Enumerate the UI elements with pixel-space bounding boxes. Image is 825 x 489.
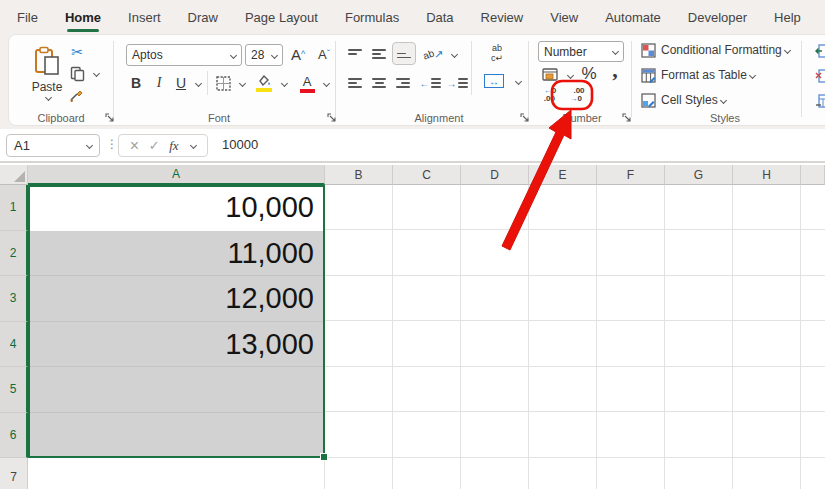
font-color-button[interactable]: A: [297, 71, 317, 95]
tab-page-layout[interactable]: Page Layout: [245, 10, 318, 25]
row-header-6[interactable]: 6: [0, 413, 28, 459]
column-header-partial[interactable]: [801, 165, 825, 185]
cell-a2[interactable]: 11,000: [30, 231, 321, 276]
row-header-4[interactable]: 4: [0, 322, 28, 368]
bottom-align-button[interactable]: [392, 42, 416, 65]
decrease-indent-button[interactable]: ←: [419, 73, 441, 93]
number-format-value: Number: [544, 45, 610, 59]
tab-data[interactable]: Data: [426, 10, 453, 25]
italic-button[interactable]: I: [151, 73, 167, 93]
wrap-text-icon: ab: [492, 44, 502, 53]
increase-indent-icon: [458, 75, 468, 90]
fill-color-chevron-icon[interactable]: [281, 80, 288, 87]
tab-formulas[interactable]: Formulas: [345, 10, 399, 25]
wrap-text-button[interactable]: ab c↵: [483, 41, 511, 65]
conditional-formatting-button[interactable]: Conditional Formatting: [641, 41, 809, 59]
cell-area[interactable]: [325, 185, 825, 489]
row-header-1[interactable]: 1: [0, 185, 28, 231]
name-box[interactable]: A1: [6, 134, 100, 157]
orientation-chevron-icon[interactable]: [451, 51, 458, 58]
insert-cells-icon: [815, 44, 825, 58]
delete-cells-button[interactable]: [814, 68, 825, 84]
column-header-d[interactable]: D: [461, 165, 529, 185]
decrease-decimal-button[interactable]: .00 →0: [565, 84, 589, 106]
accounting-format-button[interactable]: [540, 66, 560, 84]
font-size-combo[interactable]: 28: [245, 44, 283, 66]
row-header-3[interactable]: 3: [0, 276, 28, 322]
enter-icon[interactable]: ✓: [149, 138, 160, 153]
fill-handle[interactable]: [320, 453, 328, 461]
underline-chevron-icon[interactable]: [195, 80, 202, 87]
fill-color-icon: [256, 74, 272, 87]
fill-color-button[interactable]: [253, 71, 275, 95]
row-headers: 1 2 3 4 5 6 7: [0, 185, 28, 489]
comma-style-button[interactable]: ,: [607, 59, 623, 81]
row-header-2[interactable]: 2: [0, 231, 28, 277]
tab-file[interactable]: File: [17, 10, 38, 25]
tab-review[interactable]: Review: [481, 10, 524, 25]
format-cells-button[interactable]: [814, 93, 825, 109]
copy-button[interactable]: [67, 65, 87, 83]
decrease-font-size-button[interactable]: Aˇ: [313, 43, 335, 65]
increase-indent-button[interactable]: →: [446, 73, 468, 93]
increase-decimal-button[interactable]: ←0 .00: [539, 84, 561, 106]
borders-button[interactable]: [213, 73, 233, 93]
font-name-combo[interactable]: Aptos: [126, 44, 242, 66]
format-painter-button[interactable]: [67, 87, 87, 105]
copy-chevron-icon[interactable]: [93, 70, 100, 77]
font-size-value: 28: [251, 48, 269, 62]
merge-chevron-icon[interactable]: [515, 78, 522, 85]
tab-automate[interactable]: Automate: [605, 10, 661, 25]
insert-cells-button[interactable]: [814, 43, 825, 59]
column-header-f[interactable]: F: [597, 165, 665, 185]
column-header-h[interactable]: H: [733, 165, 801, 185]
merge-center-button[interactable]: ↔: [481, 71, 507, 91]
column-header-b[interactable]: B: [325, 165, 393, 185]
cell-styles-button[interactable]: Cell Styles: [641, 91, 761, 109]
cell-a1[interactable]: 10,000: [30, 185, 321, 230]
comma-icon: ,: [612, 57, 618, 83]
underline-button[interactable]: U: [173, 73, 189, 93]
insert-function-icon[interactable]: fx: [169, 138, 178, 154]
number-group-label: Number: [542, 112, 622, 124]
row-header-5[interactable]: 5: [0, 367, 28, 413]
select-all-button[interactable]: [0, 165, 28, 185]
align-center-button[interactable]: [369, 73, 389, 93]
tab-help[interactable]: Help: [774, 10, 801, 25]
tab-home[interactable]: Home: [65, 10, 101, 25]
column-header-g[interactable]: G: [665, 165, 733, 185]
bold-button[interactable]: B: [127, 73, 145, 93]
formula-bar-grip[interactable]: ⋮: [106, 137, 118, 151]
cell-a4[interactable]: 13,000: [30, 322, 321, 367]
row-header-7[interactable]: 7: [0, 458, 28, 489]
tab-draw[interactable]: Draw: [188, 10, 218, 25]
column-header-a[interactable]: A: [28, 165, 325, 185]
increase-font-size-button[interactable]: A^: [287, 43, 309, 65]
font-color-chevron-icon[interactable]: [323, 80, 330, 87]
cancel-icon[interactable]: ×: [130, 137, 139, 155]
tab-view[interactable]: View: [550, 10, 578, 25]
fx-chevron-icon[interactable]: [190, 142, 197, 149]
formula-input[interactable]: 10000: [222, 137, 258, 152]
column-header-c[interactable]: C: [393, 165, 461, 185]
top-align-button[interactable]: [345, 44, 365, 64]
orientation-button[interactable]: ab ↗: [421, 44, 445, 64]
delete-cells-icon: [815, 69, 825, 83]
percent-style-button[interactable]: %: [579, 64, 599, 84]
sheet-grid: A B C D E F G H 1 2 3 4 5 6 7 10,000 11,…: [0, 162, 825, 489]
format-painter-icon: [69, 88, 85, 104]
cut-button[interactable]: ✂: [67, 43, 87, 61]
cell-a3[interactable]: 12,000: [30, 276, 321, 321]
tab-insert[interactable]: Insert: [128, 10, 161, 25]
align-right-button[interactable]: [393, 73, 413, 93]
column-header-e[interactable]: E: [529, 165, 597, 185]
format-as-table-button[interactable]: Format as Table: [641, 66, 791, 84]
paste-button[interactable]: Paste: [25, 41, 69, 105]
underline-icon: U: [176, 75, 186, 91]
borders-chevron-icon[interactable]: [239, 80, 246, 87]
accounting-chevron-icon[interactable]: [567, 72, 574, 79]
middle-align-button[interactable]: [369, 44, 389, 64]
align-left-button[interactable]: [345, 73, 365, 93]
align-center-icon: [372, 75, 386, 90]
tab-developer[interactable]: Developer: [688, 10, 747, 25]
